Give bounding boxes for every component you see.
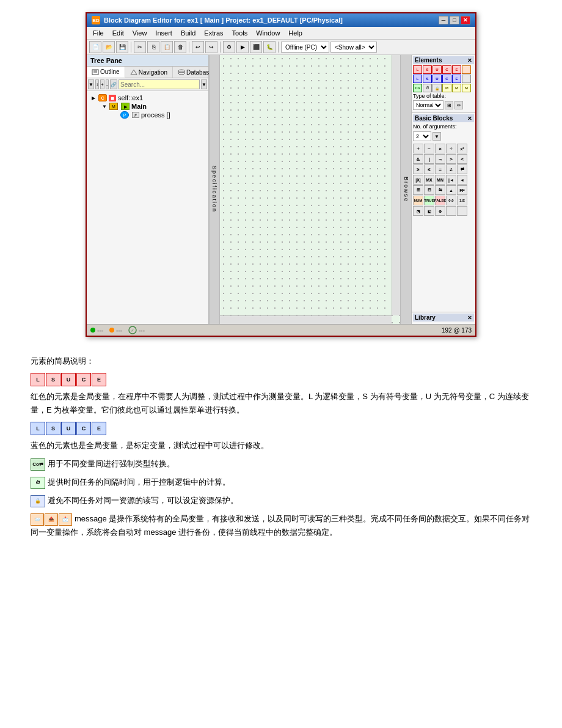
blk-io3[interactable]: ⊕ — [435, 206, 445, 216]
blk-not[interactable]: ¬ — [435, 154, 445, 164]
tb-compile[interactable]: ⚙ — [223, 41, 235, 53]
blk-gte[interactable]: ≥ — [413, 164, 423, 174]
blk-lim1[interactable]: |◄ — [446, 175, 456, 185]
mutex-icon[interactable]: 🔒 — [31, 495, 45, 507]
blk-demux[interactable]: ⊟ — [424, 185, 434, 195]
menu-help[interactable]: Help — [285, 28, 306, 38]
blk-lim2[interactable]: ◄ — [457, 175, 467, 185]
tree-node-main[interactable]: ▼ M ▶ Main — [89, 102, 206, 111]
tb-delete[interactable]: 🗑 — [174, 41, 186, 53]
blk-eq[interactable]: = — [435, 164, 445, 174]
blk-switch[interactable]: ⇋ — [435, 185, 445, 195]
tree-search-dropdown[interactable]: ▼ — [201, 79, 207, 89]
tb-copy[interactable]: ⎘ — [147, 41, 159, 53]
el-L-blue[interactable]: L — [413, 75, 422, 83]
type-btn1[interactable]: ⊞ — [445, 101, 453, 109]
basic-blocks-close[interactable]: ✕ — [467, 116, 472, 122]
el-extra2[interactable] — [462, 75, 471, 83]
el-co[interactable]: Co — [413, 84, 422, 92]
blue-icon-S[interactable]: S — [46, 422, 60, 435]
tree-node-ex1[interactable]: ▶ C ■ self::ex1 — [89, 94, 206, 102]
blk-num[interactable]: NUM — [413, 196, 423, 205]
blk-and[interactable]: & — [413, 154, 423, 164]
blk-max[interactable]: MX — [424, 175, 434, 185]
spec-panel[interactable]: Specification — [209, 55, 220, 324]
red-icon-U[interactable]: U — [61, 373, 76, 386]
tree-sort-btn[interactable]: ↕ — [95, 79, 99, 89]
blk-or[interactable]: | — [424, 154, 434, 164]
show-all-dropdown[interactable]: <Show all> — [330, 42, 377, 53]
el-S-red[interactable]: S — [423, 65, 432, 74]
browse-panel[interactable]: Browse — [400, 55, 411, 324]
close-button[interactable]: ✕ — [461, 16, 470, 24]
blk-shift[interactable]: ⇄ — [457, 164, 467, 174]
menu-extras[interactable]: Extras — [200, 28, 227, 38]
el-msg1[interactable]: M — [442, 84, 451, 92]
blk-io2[interactable]: ⬕ — [424, 206, 434, 216]
menu-edit[interactable]: Edit — [109, 28, 128, 38]
blk-lt[interactable]: < — [457, 154, 467, 164]
type-btn2[interactable]: ✏ — [454, 101, 463, 109]
red-icon-S[interactable]: S — [46, 373, 60, 386]
tree-filter-btn[interactable]: ▼ — [88, 79, 94, 89]
tb-undo[interactable]: ↩ — [192, 41, 204, 53]
el-timer[interactable]: ⏱ — [423, 84, 432, 92]
blk-ff[interactable]: FF — [457, 185, 467, 195]
menu-window[interactable]: Window — [252, 28, 283, 38]
el-S-blue[interactable]: S — [423, 75, 432, 83]
blk-io1[interactable]: ⬔ — [413, 206, 423, 216]
blk-true[interactable]: TRUE — [424, 196, 434, 205]
el-C-red[interactable]: C — [442, 65, 451, 74]
offline-dropdown[interactable]: Offline (PC) — [281, 42, 329, 53]
tree-collapse-btn[interactable]: - — [106, 79, 109, 89]
elements-panel-close[interactable]: ✕ — [467, 57, 472, 64]
tb-cut[interactable]: ✂ — [134, 41, 146, 53]
tb-debug[interactable]: 🐛 — [263, 41, 276, 53]
tree-node-process[interactable]: P # process [] — [89, 111, 206, 119]
tb-stop[interactable]: ⬛ — [250, 41, 262, 53]
blk-abs[interactable]: |X| — [413, 175, 423, 185]
minimize-button[interactable]: ─ — [439, 16, 448, 24]
library-close[interactable]: ✕ — [467, 315, 472, 321]
tab-navigation[interactable]: Navigation — [125, 67, 173, 78]
blk-one[interactable]: 1.E — [457, 196, 467, 205]
blk-gt[interactable]: > — [446, 154, 456, 164]
tb-run[interactable]: ▶ — [236, 41, 249, 53]
el-E-blue[interactable]: E — [452, 75, 461, 83]
args-expand-btn[interactable]: ▼ — [432, 132, 441, 141]
blk-div[interactable]: ÷ — [446, 144, 456, 153]
blue-icon-L[interactable]: L — [31, 422, 45, 435]
blk-plus[interactable]: + — [413, 144, 423, 153]
diagram-area[interactable] — [220, 55, 400, 324]
cast-icon[interactable]: Co⇄ — [31, 458, 45, 471]
el-E-red[interactable]: E — [452, 65, 461, 74]
tab-outline[interactable]: Outline — [87, 67, 125, 78]
menu-insert[interactable]: Insert — [151, 28, 176, 38]
tb-paste[interactable]: 📋 — [161, 41, 173, 53]
tb-open[interactable]: 📂 — [103, 41, 115, 53]
blue-icon-C[interactable]: C — [76, 422, 91, 435]
blk-minus[interactable]: − — [424, 144, 434, 153]
args-dropdown[interactable]: 2 — [413, 131, 431, 141]
el-C-blue[interactable]: C — [442, 75, 451, 83]
red-icon-E[interactable]: E — [92, 373, 106, 386]
tree-link-btn[interactable]: 🔗 — [110, 79, 117, 89]
blk-mux[interactable]: ⊞ — [413, 185, 423, 195]
blk-cmp[interactable]: ▲ — [446, 185, 456, 195]
table-type-select[interactable]: Normal — [413, 100, 443, 110]
blk-false[interactable]: FALSE — [435, 196, 445, 205]
msg-recv-icon[interactable]: 📨 — [31, 513, 44, 526]
tb-save[interactable]: 💾 — [116, 41, 128, 53]
el-L-red[interactable]: L — [413, 65, 422, 74]
blk-lte[interactable]: ≤ — [424, 164, 434, 174]
timer-icon[interactable]: ⏱ — [31, 477, 45, 489]
blk-zero[interactable]: 0.0 — [446, 196, 456, 205]
blk-pow[interactable]: x² — [457, 144, 467, 153]
menu-file[interactable]: File — [89, 28, 108, 38]
vscroll[interactable] — [392, 55, 400, 315]
red-icon-C[interactable]: C — [76, 373, 91, 386]
msg-rw-icon[interactable]: 📩 — [59, 513, 72, 526]
tree-search-input[interactable] — [119, 79, 200, 89]
el-U-red[interactable]: U — [432, 65, 442, 74]
el-mutex[interactable]: 🔒 — [432, 84, 442, 92]
